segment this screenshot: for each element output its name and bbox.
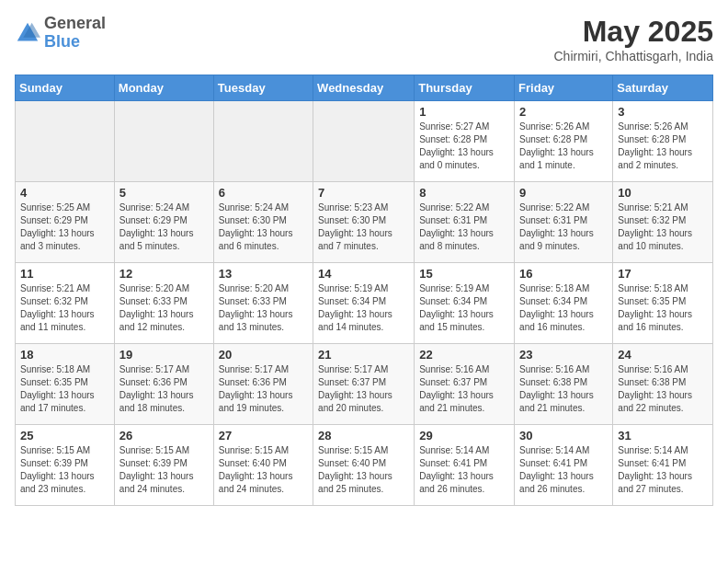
- day-number: 22: [419, 348, 509, 362]
- calendar-cell: 12Sunrise: 5:20 AM Sunset: 6:33 PM Dayli…: [114, 263, 213, 344]
- calendar-cell: 11Sunrise: 5:21 AM Sunset: 6:32 PM Dayli…: [16, 263, 115, 344]
- day-info: Sunrise: 5:16 AM Sunset: 6:37 PM Dayligh…: [419, 363, 509, 415]
- day-number: 6: [219, 186, 308, 200]
- day-info: Sunrise: 5:15 AM Sunset: 6:40 PM Dayligh…: [318, 444, 409, 496]
- day-number: 28: [318, 429, 409, 442]
- day-number: 27: [219, 429, 308, 442]
- day-info: Sunrise: 5:19 AM Sunset: 6:34 PM Dayligh…: [318, 282, 409, 334]
- day-info: Sunrise: 5:21 AM Sunset: 6:32 PM Dayligh…: [618, 201, 708, 253]
- calendar-cell: 16Sunrise: 5:18 AM Sunset: 6:34 PM Dayli…: [515, 263, 613, 344]
- calendar-cell: 13Sunrise: 5:20 AM Sunset: 6:33 PM Dayli…: [213, 263, 313, 344]
- day-number: 30: [519, 429, 608, 442]
- day-number: 19: [119, 348, 209, 362]
- day-info: Sunrise: 5:15 AM Sunset: 6:39 PM Dayligh…: [119, 444, 209, 496]
- calendar-cell: 4Sunrise: 5:25 AM Sunset: 6:29 PM Daylig…: [16, 182, 115, 263]
- day-number: 15: [419, 267, 509, 281]
- day-info: Sunrise: 5:20 AM Sunset: 6:33 PM Dayligh…: [119, 282, 209, 334]
- logo-general: General: [44, 15, 106, 33]
- day-number: 2: [519, 105, 608, 119]
- day-number: 9: [519, 186, 608, 200]
- day-number: 29: [419, 429, 509, 442]
- calendar-table: SundayMondayTuesdayWednesdayThursdayFrid…: [15, 75, 713, 506]
- calendar-cell: 28Sunrise: 5:15 AM Sunset: 6:40 PM Dayli…: [313, 425, 415, 506]
- week-row-3: 11Sunrise: 5:21 AM Sunset: 6:32 PM Dayli…: [16, 263, 713, 344]
- calendar-cell: 9Sunrise: 5:22 AM Sunset: 6:31 PM Daylig…: [515, 182, 613, 263]
- day-number: 1: [419, 105, 509, 119]
- week-row-1: 1Sunrise: 5:27 AM Sunset: 6:28 PM Daylig…: [16, 101, 713, 182]
- calendar-cell: 15Sunrise: 5:19 AM Sunset: 6:34 PM Dayli…: [415, 263, 515, 344]
- day-info: Sunrise: 5:21 AM Sunset: 6:32 PM Dayligh…: [20, 282, 109, 334]
- day-number: 4: [20, 186, 109, 200]
- calendar-cell: 31Sunrise: 5:14 AM Sunset: 6:41 PM Dayli…: [613, 425, 713, 506]
- day-number: 20: [219, 348, 308, 362]
- day-info: Sunrise: 5:27 AM Sunset: 6:28 PM Dayligh…: [419, 121, 509, 172]
- calendar-cell: 17Sunrise: 5:18 AM Sunset: 6:35 PM Dayli…: [613, 263, 713, 344]
- calendar-cell: 3Sunrise: 5:26 AM Sunset: 6:28 PM Daylig…: [613, 101, 713, 182]
- logo: General Blue: [15, 15, 106, 52]
- calendar-cell: [313, 101, 415, 182]
- day-info: Sunrise: 5:18 AM Sunset: 6:35 PM Dayligh…: [20, 363, 109, 415]
- day-number: 12: [119, 267, 209, 281]
- weekday-header-wednesday: Wednesday: [313, 75, 415, 101]
- logo-text: General Blue: [44, 15, 106, 52]
- day-info: Sunrise: 5:16 AM Sunset: 6:38 PM Dayligh…: [519, 363, 608, 415]
- weekday-header-saturday: Saturday: [613, 75, 713, 101]
- week-row-5: 25Sunrise: 5:15 AM Sunset: 6:39 PM Dayli…: [16, 425, 713, 506]
- day-number: 16: [519, 267, 608, 281]
- day-number: 31: [618, 429, 708, 442]
- day-info: Sunrise: 5:17 AM Sunset: 6:36 PM Dayligh…: [119, 363, 209, 415]
- day-number: 10: [618, 186, 708, 200]
- calendar-cell: [16, 101, 115, 182]
- day-number: 14: [318, 267, 409, 281]
- calendar-cell: 5Sunrise: 5:24 AM Sunset: 6:29 PM Daylig…: [114, 182, 213, 263]
- day-info: Sunrise: 5:16 AM Sunset: 6:38 PM Dayligh…: [618, 363, 708, 415]
- calendar-cell: [114, 101, 213, 182]
- calendar-cell: 14Sunrise: 5:19 AM Sunset: 6:34 PM Dayli…: [313, 263, 415, 344]
- calendar-cell: 20Sunrise: 5:17 AM Sunset: 6:36 PM Dayli…: [213, 344, 313, 425]
- day-number: 17: [618, 267, 708, 281]
- day-info: Sunrise: 5:24 AM Sunset: 6:29 PM Dayligh…: [119, 201, 209, 253]
- calendar-cell: 22Sunrise: 5:16 AM Sunset: 6:37 PM Dayli…: [415, 344, 515, 425]
- calendar-cell: 19Sunrise: 5:17 AM Sunset: 6:36 PM Dayli…: [114, 344, 213, 425]
- logo-blue: Blue: [44, 33, 106, 52]
- day-info: Sunrise: 5:14 AM Sunset: 6:41 PM Dayligh…: [419, 444, 509, 496]
- day-number: 7: [318, 186, 409, 200]
- day-info: Sunrise: 5:17 AM Sunset: 6:36 PM Dayligh…: [219, 363, 308, 415]
- day-info: Sunrise: 5:15 AM Sunset: 6:40 PM Dayligh…: [219, 444, 308, 496]
- month-title: May 2025: [553, 15, 713, 49]
- calendar-cell: 10Sunrise: 5:21 AM Sunset: 6:32 PM Dayli…: [613, 182, 713, 263]
- day-info: Sunrise: 5:23 AM Sunset: 6:30 PM Dayligh…: [318, 201, 409, 253]
- day-number: 3: [618, 105, 708, 119]
- day-info: Sunrise: 5:17 AM Sunset: 6:37 PM Dayligh…: [318, 363, 409, 415]
- day-number: 26: [119, 429, 209, 442]
- calendar-cell: 29Sunrise: 5:14 AM Sunset: 6:41 PM Dayli…: [415, 425, 515, 506]
- day-info: Sunrise: 5:19 AM Sunset: 6:34 PM Dayligh…: [419, 282, 509, 334]
- calendar-cell: 25Sunrise: 5:15 AM Sunset: 6:39 PM Dayli…: [16, 425, 115, 506]
- weekday-header-sunday: Sunday: [16, 75, 115, 101]
- day-number: 18: [20, 348, 109, 362]
- day-number: 21: [318, 348, 409, 362]
- day-number: 13: [219, 267, 308, 281]
- day-number: 24: [618, 348, 708, 362]
- weekday-header-tuesday: Tuesday: [213, 75, 313, 101]
- weekday-header-row: SundayMondayTuesdayWednesdayThursdayFrid…: [16, 75, 713, 101]
- calendar-cell: 8Sunrise: 5:22 AM Sunset: 6:31 PM Daylig…: [415, 182, 515, 263]
- calendar-cell: 2Sunrise: 5:26 AM Sunset: 6:28 PM Daylig…: [515, 101, 613, 182]
- day-info: Sunrise: 5:18 AM Sunset: 6:34 PM Dayligh…: [519, 282, 608, 334]
- page-header: General Blue May 2025 Chirmiri, Chhattis…: [15, 15, 713, 63]
- location: Chirmiri, Chhattisgarh, India: [553, 49, 713, 63]
- day-info: Sunrise: 5:25 AM Sunset: 6:29 PM Dayligh…: [20, 201, 109, 253]
- calendar-cell: 26Sunrise: 5:15 AM Sunset: 6:39 PM Dayli…: [114, 425, 213, 506]
- title-area: May 2025 Chirmiri, Chhattisgarh, India: [553, 15, 713, 63]
- calendar-cell: 6Sunrise: 5:24 AM Sunset: 6:30 PM Daylig…: [213, 182, 313, 263]
- day-info: Sunrise: 5:24 AM Sunset: 6:30 PM Dayligh…: [219, 201, 308, 253]
- calendar-cell: 21Sunrise: 5:17 AM Sunset: 6:37 PM Dayli…: [313, 344, 415, 425]
- day-info: Sunrise: 5:14 AM Sunset: 6:41 PM Dayligh…: [519, 444, 608, 496]
- day-number: 25: [20, 429, 109, 442]
- day-number: 8: [419, 186, 509, 200]
- calendar-cell: 27Sunrise: 5:15 AM Sunset: 6:40 PM Dayli…: [213, 425, 313, 506]
- day-info: Sunrise: 5:22 AM Sunset: 6:31 PM Dayligh…: [519, 201, 608, 253]
- day-info: Sunrise: 5:22 AM Sunset: 6:31 PM Dayligh…: [419, 201, 509, 253]
- calendar-cell: [213, 101, 313, 182]
- calendar-cell: 24Sunrise: 5:16 AM Sunset: 6:38 PM Dayli…: [613, 344, 713, 425]
